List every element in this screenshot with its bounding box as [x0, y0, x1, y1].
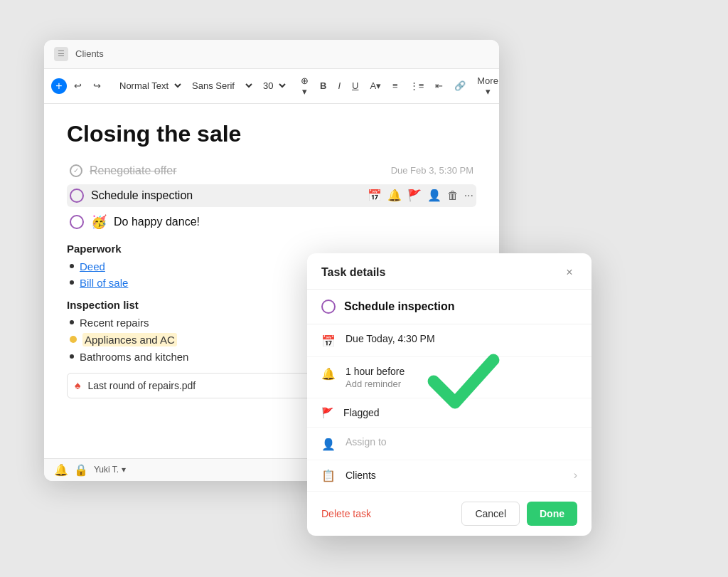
happy-emoji: 🥳: [91, 214, 107, 230]
panel-clients-row[interactable]: 📋 Clients ›: [307, 460, 592, 492]
link-button[interactable]: 🔗: [450, 78, 470, 93]
font-size-select[interactable]: 30 12 14 16: [257, 78, 288, 93]
panel-reminder-text: 1 hour before: [346, 366, 577, 377]
panel-task-circle[interactable]: [321, 300, 336, 314]
task-text-renegotiate: Renegotiate offer: [90, 164, 176, 177]
text-style-select[interactable]: Normal Text Heading 1 Heading 2: [114, 78, 183, 93]
panel-footer: Delete task Cancel Done: [307, 492, 592, 536]
flag-icon[interactable]: 🚩: [407, 189, 422, 202]
statusbar-lock-icon[interactable]: 🔒: [74, 463, 88, 477]
editor-toolbar: + ↩ ↪ Normal Text Heading 1 Heading 2 Sa…: [44, 69, 499, 104]
bullet-dot-appliances: [70, 336, 77, 343]
editor-titlebar: ☰ Clients: [44, 40, 499, 69]
task-detail-panel: Task details × Schedule inspection 📅 Due…: [307, 253, 592, 536]
task-text-happy: Do happy dance!: [114, 216, 200, 228]
calendar-icon[interactable]: 📅: [368, 189, 382, 202]
underline-button[interactable]: U: [348, 78, 363, 93]
panel-clients-name: Clients: [346, 470, 564, 481]
user-selector[interactable]: Yuki T. ▾: [94, 465, 126, 475]
panel-title: Task details: [321, 266, 385, 279]
panel-due-row: 📅 Due Today, 4:30 PM: [307, 324, 592, 357]
task-text-inspection: Schedule inspection: [91, 189, 360, 202]
pdf-icon: ♠: [75, 379, 81, 392]
panel-clients-arrow-icon: ›: [574, 469, 577, 482]
font-select[interactable]: Sans Serif Serif Monospace: [186, 78, 255, 93]
user-name: Yuki T.: [94, 465, 119, 475]
bullet-dot-deed: [70, 264, 74, 268]
panel-bell-icon: 🔔: [321, 367, 336, 381]
bell-icon[interactable]: 🔔: [387, 189, 402, 202]
undo-button[interactable]: ↩: [70, 78, 86, 93]
task-due-renegotiate: Due Feb 3, 5:30 PM: [391, 165, 473, 176]
deed-link[interactable]: Deed: [80, 260, 105, 272]
assign-icon[interactable]: 👤: [427, 189, 441, 202]
panel-close-button[interactable]: ×: [562, 265, 577, 280]
task-row-happy-dance[interactable]: 🥳 Do happy dance!: [67, 210, 476, 234]
panel-calendar-icon: 📅: [321, 334, 336, 348]
bullet-list-button[interactable]: ≡: [388, 78, 402, 93]
panel-flag-content: Flagged: [343, 407, 577, 418]
panel-assign-row: 👤 Assign to: [307, 428, 592, 460]
more-button[interactable]: More ▾: [473, 73, 499, 99]
bullet-dot-repairs: [70, 320, 74, 324]
panel-header: Task details ×: [307, 253, 592, 290]
task-checkbox-happy[interactable]: [70, 215, 84, 229]
more-options-icon[interactable]: ···: [464, 189, 473, 202]
checkmark-icon: ✓: [73, 166, 79, 174]
panel-flag-icon: 🚩: [321, 407, 333, 418]
task-checkbox-inspection[interactable]: [70, 189, 84, 203]
window-menu-icon[interactable]: ☰: [54, 47, 68, 61]
panel-clients-icon: 📋: [321, 469, 336, 482]
statusbar-left: 🔔 🔒 Yuki T. ▾: [54, 463, 126, 477]
task-checkbox-done[interactable]: ✓: [70, 164, 82, 177]
numbered-list-button[interactable]: ⋮≡: [405, 78, 429, 93]
bullet-dot-bill: [70, 280, 74, 285]
document-heading: Closing the sale: [67, 121, 476, 147]
task-row-renegotiate[interactable]: ✓ Renegotiate offer Due Feb 3, 5:30 PM: [67, 160, 476, 181]
footer-buttons: Cancel Done: [461, 502, 577, 526]
bold-button[interactable]: B: [316, 78, 331, 93]
panel-flag-row: 🚩 Flagged: [307, 398, 592, 428]
section-paperwork: Paperwork: [67, 243, 476, 255]
add-content-button[interactable]: +: [51, 78, 67, 94]
appliances-text: Appliances and AC: [82, 333, 177, 346]
panel-flagged-label: Flagged: [343, 407, 577, 418]
panel-assign-label[interactable]: Assign to: [346, 436, 577, 448]
cancel-button[interactable]: Cancel: [461, 502, 520, 526]
panel-due-content: Due Today, 4:30 PM: [346, 333, 577, 344]
panel-assign-icon: 👤: [321, 438, 336, 451]
statusbar-bell-icon[interactable]: 🔔: [54, 463, 68, 477]
user-chevron-icon: ▾: [122, 465, 126, 475]
panel-task-row: Schedule inspection: [307, 290, 592, 324]
panel-reminder-content: 1 hour before Add reminder: [346, 366, 577, 389]
delete-icon[interactable]: 🗑: [447, 189, 459, 202]
delete-task-button[interactable]: Delete task: [321, 508, 371, 519]
file-name-text: Last round of repairs.pdf: [88, 380, 196, 391]
done-button[interactable]: Done: [527, 502, 577, 526]
italic-button[interactable]: I: [333, 78, 345, 93]
panel-due-text: Due Today, 4:30 PM: [346, 333, 577, 344]
bullet-dot-bathrooms: [70, 354, 74, 359]
recent-repairs-text: Recent repairs: [80, 317, 149, 329]
bill-of-sale-link[interactable]: Bill of sale: [80, 277, 128, 289]
document-title-tab: Clients: [75, 48, 104, 59]
add-reminder-link[interactable]: Add reminder: [346, 379, 577, 389]
panel-task-name: Schedule inspection: [344, 300, 455, 313]
panel-reminder-row: 🔔 1 hour before Add reminder: [307, 357, 592, 398]
task-action-icons: 📅 🔔 🚩 👤 🗑 ···: [368, 189, 473, 202]
insert-button[interactable]: ⊕ ▾: [296, 73, 313, 99]
outdent-button[interactable]: ⇤: [431, 78, 447, 93]
bathrooms-text: Bathrooms and kitchen: [80, 351, 188, 363]
redo-button[interactable]: ↪: [89, 78, 105, 93]
panel-assign-content: Assign to: [346, 436, 577, 448]
font-color-button[interactable]: A▾: [365, 78, 385, 93]
task-row-schedule-inspection[interactable]: Schedule inspection 📅 🔔 🚩 👤 🗑 ···: [67, 184, 476, 207]
